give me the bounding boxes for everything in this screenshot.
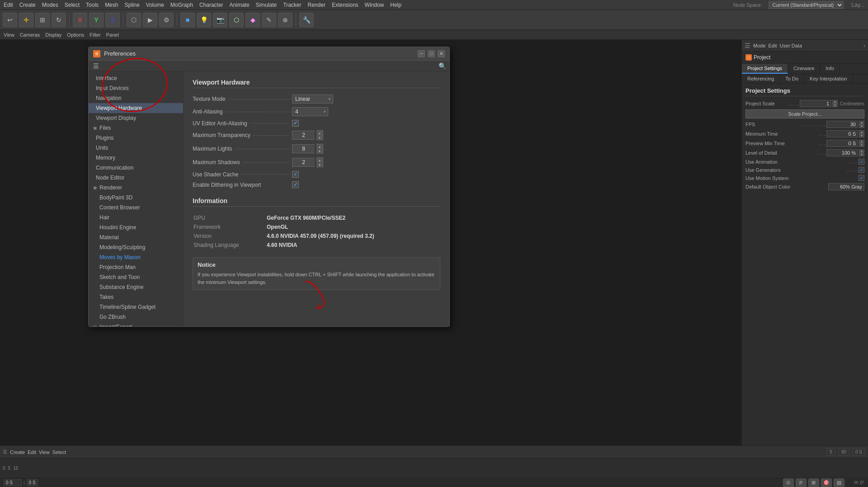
maximize-btn[interactable]: □ [428,50,435,57]
menu-render[interactable]: Render [308,2,326,8]
nodespace-select[interactable]: Current (Standard/Physical) [769,1,844,9]
max-lights-up[interactable]: ▲ [316,144,323,149]
max-shadows-input[interactable] [292,158,315,167]
create-label[interactable]: Create [10,449,25,455]
rotate-tool-btn[interactable]: ↻ [52,13,66,27]
shader-cache-checkbox[interactable] [292,171,299,178]
tab-info[interactable]: Info [821,64,840,74]
bottom-icon-4[interactable]: 🎯 [821,478,832,487]
camera-btn[interactable]: 📷 [213,13,227,27]
nav-go-zbrush[interactable]: Go ZBrush [89,312,183,322]
minimize-btn[interactable]: ─ [418,50,425,57]
min-time-input[interactable] [826,130,858,137]
nav-material[interactable]: Material [89,232,183,242]
nav-timeline-spline[interactable]: Timeline/Spline Gadget [89,302,183,312]
render-btn[interactable]: ▶ [143,13,157,27]
view-label[interactable]: View [39,449,50,455]
cube-btn[interactable]: ■ [180,13,195,27]
nav-modeling-sculpting[interactable]: Modeling/Sculpting [89,242,183,252]
tab-referencing[interactable]: Referencing [742,74,780,83]
min-time-down[interactable]: ▼ [859,134,864,137]
menu-create[interactable]: Create [19,2,36,8]
pref-search-btn[interactable]: 🔍 [438,62,447,70]
menu-extensions[interactable]: Extensions [332,2,359,8]
max-transparency-input[interactable] [292,131,315,140]
nav-moves-by-maxon[interactable]: Moves by Maxon [89,252,183,262]
preview-min-time-down[interactable]: ▼ [859,143,864,147]
nav-substance-engine[interactable]: Substance Engine [89,282,183,292]
nav-interface[interactable]: Interface [89,73,183,83]
z-axis-btn[interactable]: Z [105,13,120,27]
nav-houdini-engine[interactable]: Houdini Engine [89,222,183,232]
pref-menu-btn[interactable]: ☰ [91,62,100,70]
menu-spline[interactable]: Spline [124,2,139,8]
nav-plugins[interactable]: Plugins [89,133,183,143]
nav-takes[interactable]: Takes [89,292,183,302]
time-input-left[interactable] [4,479,22,486]
vb-display[interactable]: Display [45,32,61,38]
tab-todo[interactable]: To Do [780,74,804,83]
menu-mograph[interactable]: MoGraph [170,2,193,8]
texture-mode-select[interactable]: Linear Nearest Mipmapped [292,95,333,104]
nav-node-editor[interactable]: Node Editor [89,173,183,183]
nav-viewport-display[interactable]: Viewport Display [89,113,183,123]
generator-btn[interactable]: ⊕ [278,13,292,27]
nav-bodypaint3d[interactable]: BodyPaint 3D [89,193,183,203]
right-panel-menu-icon[interactable]: ☰ [745,42,750,49]
settings-btn[interactable]: ⚙ [159,13,174,27]
nav-projection-man[interactable]: Projection Man [89,262,183,272]
move-tool-btn[interactable]: ✛ [19,13,33,27]
min-time-up[interactable]: ▲ [859,130,864,134]
uv-antialiasing-checkbox[interactable] [292,120,299,127]
default-object-color-input[interactable] [828,183,864,190]
nav-input-devices[interactable]: Input Devices [89,83,183,93]
preview-min-time-up[interactable]: ▲ [859,140,864,143]
y-axis-btn[interactable]: Y [89,13,104,27]
spline-btn[interactable]: ✎ [262,13,276,27]
fps-up[interactable]: ▲ [859,121,864,124]
use-animation-checkbox[interactable] [859,159,864,165]
lod-up[interactable]: ▲ [859,149,864,153]
vb-options[interactable]: Options [67,32,84,38]
vb-filter[interactable]: Filter [90,32,100,38]
nav-communication[interactable]: Communication [89,163,183,173]
bottom-icon-2[interactable]: P [796,478,807,487]
nav-import-export[interactable]: ▣ Import/Export [89,322,183,326]
vb-cameras[interactable]: Cameras [20,32,40,38]
max-transparency-up[interactable]: ▲ [316,131,323,135]
undo-btn[interactable]: ↩ [3,13,17,27]
preview-min-time-input[interactable] [826,140,858,147]
vb-view[interactable]: View [4,32,14,38]
snap-btn[interactable]: 🔧 [299,13,314,27]
x-axis-btn[interactable]: X [73,13,87,27]
max-lights-input[interactable] [292,144,315,153]
timeline-menu-icon[interactable]: ☰ [3,449,7,455]
menu-simulate[interactable]: Simulate [256,2,277,8]
deformer-btn[interactable]: ⬡ [229,13,244,27]
select-label[interactable]: Select [52,449,66,455]
tab-cineware[interactable]: Cineware [788,64,820,74]
right-panel-mode-label[interactable]: Mode [753,43,766,48]
bottom-icon-5[interactable]: ▤ [834,478,844,487]
nav-viewport-hardware[interactable]: Viewport Hardware [89,103,183,113]
bottom-icon-3[interactable]: ⊞ [808,478,819,487]
nav-memory[interactable]: Memory [89,153,183,163]
menu-animate[interactable]: Animate [230,2,250,8]
vb-panel[interactable]: Panel [106,32,119,38]
menu-select[interactable]: Select [65,2,80,8]
menu-character[interactable]: Character [199,2,223,8]
max-lights-down[interactable]: ▼ [316,149,323,153]
project-scale-up[interactable]: ▲ [832,100,838,104]
nav-sketch-and-toon[interactable]: Sketch and Toon [89,272,183,282]
nav-files[interactable]: ▣ Files [89,123,183,133]
close-btn[interactable]: ✕ [438,50,445,57]
nav-renderer[interactable]: ▣ Renderer [89,183,183,193]
scale-tool-btn[interactable]: ⊞ [35,13,50,27]
menu-window[interactable]: Window [365,2,384,8]
right-panel-edit-label[interactable]: Edit [769,43,777,48]
menu-volume[interactable]: Volume [146,2,164,8]
object-tool-btn[interactable]: ⬡ [127,13,141,27]
use-generators-checkbox[interactable] [859,167,864,173]
scale-project-button[interactable]: Scale Project... [745,109,864,118]
right-panel-userdata-label[interactable]: User Data [780,43,802,48]
